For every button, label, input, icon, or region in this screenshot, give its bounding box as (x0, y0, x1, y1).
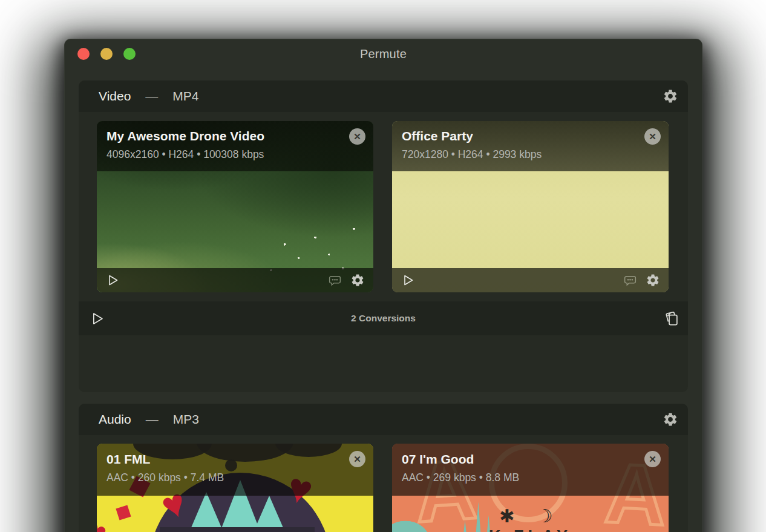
card-meta: 720x1280 • H264 • 2993 kbps (402, 147, 635, 162)
file-settings-button[interactable] (646, 273, 660, 287)
app-title: Permute (360, 47, 407, 61)
card-title: 07 I'm Good (402, 450, 635, 468)
card-header: 01 FML AAC • 260 kbps • 7.4 MB (97, 444, 373, 496)
add-media-button[interactable] (663, 310, 680, 327)
play-icon (89, 310, 105, 327)
video-card-drone[interactable]: My Awesome Drone Video 4096x2160 • H264 … (97, 121, 373, 292)
close-icon: ✕ (353, 132, 361, 141)
heart-shape: ♥ (97, 513, 112, 532)
card-header: 07 I'm Good AAC • 269 kbps • 8.8 MB (392, 444, 669, 496)
remove-file-button[interactable]: ✕ (644, 128, 661, 145)
remove-file-button[interactable]: ✕ (349, 128, 365, 145)
card-toolbar (392, 268, 669, 292)
video-section-footer: 2 Conversions (79, 301, 688, 335)
album-art-symbols: ✱ ☽ (392, 505, 669, 527)
audio-section-type-label: Audio (99, 412, 131, 427)
card-title: 01 FML (106, 450, 339, 468)
video-section: Video — MP4 My Awesome Drone Video 4096x… (79, 80, 688, 392)
start-conversion-button[interactable] (89, 310, 105, 327)
card-toolbar (97, 268, 373, 292)
speech-bubble-icon (327, 273, 342, 288)
card-meta: 4096x2160 • H264 • 100308 kbps (106, 147, 339, 162)
close-icon: ✕ (649, 132, 656, 141)
audio-card-im-good[interactable]: A A ✱ ☽ K.FLAY 07 I'm Good AAC • 269 kbp… (392, 444, 669, 532)
close-icon: ✕ (649, 455, 656, 464)
audio-card-fml[interactable]: ♥ ♥ ♥ 01 FML AAC • 260 kbps • 7.4 MB ✕ (97, 444, 373, 532)
video-section-settings-button[interactable] (663, 88, 678, 104)
close-icon: ✕ (353, 455, 361, 464)
album-artist-text: K.FLAY (392, 527, 669, 532)
video-card-list: My Awesome Drone Video 4096x2160 • H264 … (79, 112, 688, 301)
video-section-type-label: Video (99, 89, 131, 103)
play-icon (105, 273, 120, 287)
section-separator: — (146, 412, 159, 427)
remove-file-button[interactable]: ✕ (349, 451, 365, 467)
remove-file-button[interactable]: ✕ (644, 451, 661, 467)
audio-section-header: Audio — MP3 (79, 404, 688, 435)
titlebar: Permute (64, 39, 702, 69)
video-section-header: Video — MP4 (79, 80, 688, 112)
card-title: Office Party (402, 127, 635, 145)
video-format-label[interactable]: MP4 (172, 89, 198, 103)
comment-button[interactable] (327, 273, 342, 288)
gear-icon (646, 273, 660, 287)
conversion-count-label: 2 Conversions (351, 313, 416, 324)
card-meta: AAC • 269 kbps • 8.8 MB (402, 470, 635, 485)
photo-stack-icon (663, 310, 680, 327)
play-icon (401, 273, 415, 287)
gear-icon (663, 88, 678, 104)
traffic-lights (77, 39, 136, 69)
close-window-button[interactable] (77, 48, 90, 60)
audio-section-settings-button[interactable] (663, 412, 678, 427)
audio-format-label[interactable]: MP3 (173, 412, 199, 427)
card-meta: AAC • 260 kbps • 7.4 MB (106, 470, 339, 485)
gear-icon (350, 273, 365, 287)
card-header: My Awesome Drone Video 4096x2160 • H264 … (97, 121, 373, 171)
comment-button[interactable] (623, 273, 638, 288)
minimize-window-button[interactable] (100, 48, 113, 60)
gear-icon (663, 412, 678, 427)
speech-bubble-icon (623, 273, 638, 288)
audio-card-list: ♥ ♥ ♥ 01 FML AAC • 260 kbps • 7.4 MB ✕ A… (79, 435, 688, 532)
video-card-office-party[interactable]: Office Party 720x1280 • H264 • 2993 kbps… (392, 121, 669, 292)
file-settings-button[interactable] (350, 273, 365, 287)
preview-play-button[interactable] (401, 273, 415, 287)
preview-play-button[interactable] (105, 273, 120, 287)
app-window: Permute Video — MP4 My Awesome Drone Vid… (64, 39, 702, 532)
section-separator: — (145, 89, 158, 103)
zoom-window-button[interactable] (123, 48, 136, 60)
card-title: My Awesome Drone Video (106, 127, 339, 145)
card-header: Office Party 720x1280 • H264 • 2993 kbps (392, 121, 669, 171)
audio-section: Audio — MP3 ♥ ♥ ♥ (79, 404, 688, 532)
